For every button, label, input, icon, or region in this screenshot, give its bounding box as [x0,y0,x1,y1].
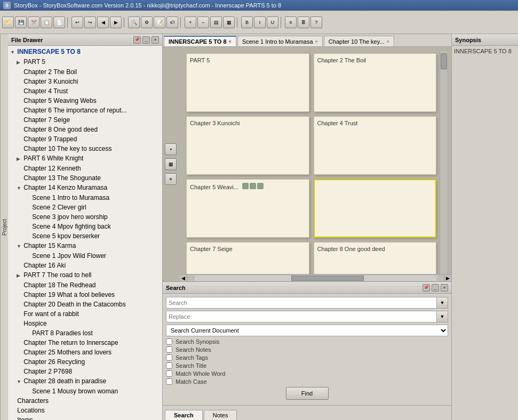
search-input[interactable] [166,297,436,309]
tree-item-ch20death[interactable]: Chapter 20 Death in the Catacombs [8,300,162,309]
tab-ch10key[interactable]: Chapter 10 The key... × [324,36,394,46]
tree-item-sc4mpov[interactable]: Scene 4 Mpov fighting back [8,222,162,231]
tree-item-ch18redhead[interactable]: Chapter 18 The Redhead [8,280,162,290]
checkbox-synopsis[interactable] [166,338,172,345]
tree-item-ch6importance[interactable]: Chapter 6 The importance of reput... [8,106,162,115]
tree-item-part6[interactable]: ▶ PART 6 White Knight [8,154,162,164]
toolbar-btn-12[interactable]: 📝 [154,17,165,28]
toolbar-btn-23[interactable]: ? [310,17,322,28]
tab-scene1intro[interactable]: Scene 1 Intro to Muramasa × [237,36,323,46]
tab-innerscape58[interactable]: INNERSCAPE 5 TO 8 × [164,36,236,46]
tree-item-ch7seige[interactable]: Chapter 7 Seige [8,115,162,125]
card-part5[interactable]: PART 5 [186,53,309,112]
toolbar-btn-6[interactable]: ↩ [71,17,83,28]
toolbar-btn-1[interactable]: 📁 [2,17,14,28]
project-tab[interactable]: Project [0,34,8,420]
tab-close-scene1[interactable]: × [315,39,318,44]
toolbar-btn-4[interactable]: 📋 [41,17,52,28]
toolbar-btn-10[interactable]: 🔍 [128,17,140,28]
tree-item-ch4trust[interactable]: Chapter 4 Trust [8,86,162,96]
find-button[interactable]: Find [286,387,329,400]
tree-item-chreturn[interactable]: Chapter The return to Innerscape [8,338,162,348]
checkbox-case[interactable] [166,378,172,385]
drawer-min-btn[interactable]: _ [142,36,150,44]
drawer-close-btn[interactable]: × [152,36,159,44]
tree-item-ch2p7698[interactable]: Chapter 2 P7698 [8,367,162,376]
tree-item-ch16aki[interactable]: Chapter 16 Aki [8,261,162,270]
tree-item-hospice[interactable]: Hospice [8,319,162,328]
tree-item-sc5kpov[interactable]: Scene 5 kpov berserker [8,231,162,241]
toolbar-btn-20[interactable]: U [267,17,278,28]
tree-item-sc2clever[interactable]: Scene 2 Clever girl [8,203,162,212]
tree-item-ch25mothers[interactable]: Chapter 25 Mothers and lovers [8,348,162,357]
checkbox-tags[interactable] [166,354,172,361]
toolbar-btn-22[interactable]: ≣ [298,17,309,28]
search-tab-notes[interactable]: Notes [204,410,237,420]
toolbar-btn-15[interactable]: − [197,17,209,28]
tree-item-sc3jpov[interactable]: Scene 3 jpov hero worship [8,212,162,222]
tab-close-ch10[interactable]: × [387,39,389,44]
tree-item-part8[interactable]: PART 8 Paradies lost [8,328,162,338]
tree-item-sc1mousy[interactable]: Scene 1 Mousy brown woman [8,386,162,396]
toolbar-btn-8[interactable]: ◀ [97,17,109,28]
checkbox-whole-word[interactable] [166,370,172,377]
card-ch4trust[interactable]: Chapter 4 Trust [314,116,437,175]
doc-hscroll[interactable]: ◀ ▶ [180,274,451,281]
replace-input[interactable] [166,311,436,322]
tree-item-items[interactable]: Items [8,415,162,420]
tree-item-ch19fool[interactable]: Chapter 19 What a fool believes [8,290,162,300]
hscroll-left-btn[interactable]: ◀ [180,274,187,282]
tree-item-part7[interactable]: ▶ PART 7 The road to hell [8,270,162,280]
tab-close-innerscape58[interactable]: × [229,39,232,44]
tree-item-ch26recycling[interactable]: Chapter 26 Recycling [8,357,162,367]
hscroll-thumb[interactable] [291,276,364,281]
view-single-btn[interactable]: ▪ [165,143,177,155]
search-panel-min-btn[interactable]: _ [432,284,439,292]
search-scope-select[interactable]: Search Current Document Search All Docum… [166,325,448,336]
tree-item-sc1jpov-wildflower[interactable]: Scene 1 Jpov Wild Flower [8,251,162,261]
search-tab-search[interactable]: Search [165,410,203,420]
tree-item-ch2boil[interactable]: Chapter 2 The Boil [8,67,162,77]
tree-item-ch3kunoichi[interactable]: Chapter 3 Kunoichi [8,77,162,86]
tree-item-ch8onegood[interactable]: Chapter 8 One good deed [8,125,162,134]
search-dropdown-btn[interactable]: ▼ [436,297,448,309]
tree-item-part5[interactable]: ▶ PART 5 [8,57,162,67]
toolbar-btn-21[interactable]: ≡ [285,17,297,28]
card-ch7seige[interactable]: Chapter 7 Seige [186,242,309,277]
view-cork-btn[interactable]: ▦ [165,158,177,170]
toolbar-btn-18[interactable]: B [241,17,253,28]
replace-dropdown-btn[interactable]: ▼ [436,311,448,322]
toolbar-btn-11[interactable]: ⚙ [141,17,153,28]
toolbar-btn-19[interactable]: I [254,17,266,28]
tree-item-forawant[interactable]: For want of a rabbit [8,309,162,319]
tree-root[interactable]: ▼ INNERSCAPE 5 TO 8 [8,47,162,57]
card-ch5weaving[interactable]: Chapter 5 Weavi... [186,179,309,238]
toolbar-btn-3[interactable]: ✂️ [28,17,39,28]
toolbar-btn-9[interactable]: ▶ [110,17,122,28]
toolbar-btn-14[interactable]: + [185,17,196,28]
toolbar-btn-2[interactable]: 💾 [15,17,27,28]
tree-item-ch10key[interactable]: Chapter 10 The key to success [8,144,162,154]
card-ch8onegood[interactable]: Chapter 8 One good deed [314,242,437,277]
checkbox-notes[interactable] [166,346,172,353]
search-panel-pin-btn[interactable]: 📌 [423,284,430,292]
card-ch3kunoichi[interactable]: Chapter 3 Kunoichi [186,116,309,175]
tree-item-characters[interactable]: Characters [8,396,162,406]
tree-item-ch28death[interactable]: ▼ Chapter 28 death in paradise [8,376,162,386]
tree-item-ch12kenneth[interactable]: Chapter 12 Kenneth [8,164,162,173]
tree-item-ch14kenzo[interactable]: ▼ Chapter 14 Kenzo Muramasa [8,183,162,193]
tree-item-locations[interactable]: Locations [8,406,162,415]
tree-item-sc1intro[interactable]: Scene 1 Intro to Muramasa [8,193,162,203]
tree-item-ch5weaving[interactable]: Chapter 5 Weaving Webs [8,96,162,106]
tree-item-ch15karma[interactable]: ▼ Chapter 15 Karma [8,241,162,251]
toolbar-btn-5[interactable]: 📄 [53,17,65,28]
tree-item-ch9trapped[interactable]: Chapter 9 Trapped [8,134,162,144]
hscroll-right-btn[interactable]: ▶ [444,274,451,282]
card-ch2boil[interactable]: Chapter 2 The Boil [314,53,437,112]
toolbar-btn-17[interactable]: ▦ [223,17,235,28]
drawer-pin-btn[interactable]: 📌 [133,36,141,44]
search-panel-close-btn[interactable]: × [441,284,448,292]
checkbox-title[interactable] [166,362,172,369]
view-outline-btn[interactable]: ≡ [165,173,177,185]
toolbar-btn-13[interactable]: 🏷 [166,17,178,28]
